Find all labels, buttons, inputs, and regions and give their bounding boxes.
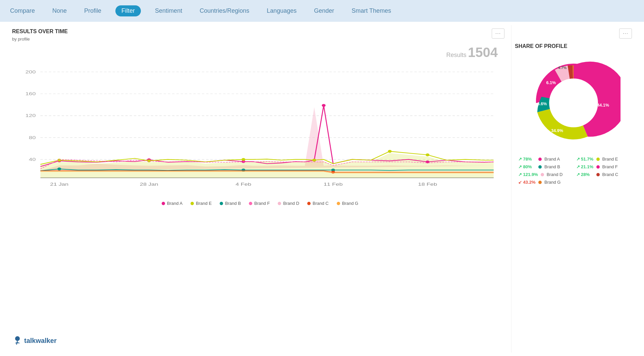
share-legend: ↗ 78% Brand A ↗ 51.7% Brand E ↗ 80% Bran… <box>515 157 632 185</box>
nav-none[interactable]: None <box>49 5 70 16</box>
svg-point-30 <box>57 168 61 170</box>
svg-point-36 <box>549 78 598 127</box>
right-panel-more-button[interactable]: ··· <box>619 28 632 39</box>
legend-brand-e: Brand E <box>191 201 212 206</box>
share-legend-brand-g: ↙ 43.2% Brand G <box>518 180 571 185</box>
legend-dot-brand-a <box>162 202 165 205</box>
share-brand-f-label: Brand F <box>602 164 618 169</box>
legend-label-brand-c: Brand C <box>313 201 329 206</box>
left-panel-subtitle: by profile <box>12 37 508 42</box>
share-dot-brand-g <box>538 181 542 184</box>
legend-brand-b: Brand B <box>220 201 241 206</box>
legend-dot-brand-f <box>249 202 252 205</box>
share-legend-brand-c: ↗ 28% Brand C <box>576 172 629 177</box>
legend-brand-a: Brand A <box>162 201 182 206</box>
share-pct-brand-f: ↗ 21.1% <box>576 164 594 169</box>
legend-dot-brand-c <box>307 202 311 205</box>
nav-compare[interactable]: Compare <box>7 5 38 16</box>
svg-text:21 Jan: 21 Jan <box>50 181 68 186</box>
svg-text:28 Jan: 28 Jan <box>140 181 158 186</box>
share-dot-brand-d <box>541 173 544 176</box>
svg-point-33 <box>331 171 335 173</box>
svg-text:18 Feb: 18 Feb <box>418 181 437 186</box>
share-dot-brand-b <box>538 165 542 169</box>
svg-point-28 <box>388 150 391 153</box>
svg-text:6.6%: 6.6% <box>537 102 547 106</box>
svg-point-29 <box>426 154 429 156</box>
share-pct-brand-c: ↗ 28% <box>576 172 594 177</box>
results-label: Results <box>446 52 467 58</box>
logo-text: talkwalker <box>24 337 57 345</box>
legend-dot-brand-d <box>278 202 281 205</box>
share-legend-brand-f: ↗ 21.1% Brand F <box>576 164 629 169</box>
share-dot-brand-e <box>596 158 600 161</box>
legend-dot-brand-b <box>220 202 223 205</box>
svg-text:200: 200 <box>25 69 36 74</box>
legend-label-brand-a: Brand A <box>167 201 182 206</box>
share-dot-brand-a <box>538 158 542 161</box>
share-legend-brand-b: ↗ 80% Brand B <box>518 164 571 169</box>
legend-label-brand-g: Brand G <box>342 201 358 206</box>
share-brand-b-label: Brand B <box>544 164 560 169</box>
svg-line-35 <box>16 341 17 345</box>
svg-marker-17 <box>40 153 493 178</box>
legend-label-brand-b: Brand B <box>225 201 241 206</box>
svg-text:120: 120 <box>25 113 36 118</box>
left-panel-more-button[interactable]: ··· <box>492 28 504 39</box>
svg-point-26 <box>241 158 245 161</box>
legend-dot-brand-e <box>191 202 194 205</box>
share-brand-d-label: Brand D <box>547 172 563 177</box>
share-panel-title: SHARE OF PROFILE <box>515 43 632 49</box>
share-pct-brand-g: ↙ 43.2% <box>518 180 536 185</box>
nav-gender[interactable]: Gender <box>311 5 337 16</box>
nav-smart-themes[interactable]: Smart Themes <box>348 5 394 16</box>
svg-text:4.7%: 4.7% <box>558 66 567 70</box>
svg-text:44.1%: 44.1% <box>597 103 609 108</box>
donut-chart-container: 44.1% 34.9% 6.6% 6.1% 4.7% <box>515 56 632 150</box>
legend-brand-f: Brand F <box>249 201 270 206</box>
legend-dot-brand-g <box>337 202 340 205</box>
svg-text:40: 40 <box>29 157 36 162</box>
nav-countries[interactable]: Countries/Regions <box>196 5 253 16</box>
share-legend-brand-e: ↗ 51.7% Brand E <box>576 157 629 162</box>
nav-languages[interactable]: Languages <box>263 5 300 16</box>
chart-legend: Brand A Brand E Brand B Brand F Brand D … <box>12 201 508 206</box>
svg-point-34 <box>15 336 20 341</box>
share-pct-brand-a: ↗ 78% <box>518 157 536 162</box>
share-brand-g-label: Brand G <box>544 180 560 185</box>
talkwalker-logo: talkwalker <box>12 335 57 346</box>
left-panel-title: RESULTS OVER TIME <box>12 28 508 35</box>
share-pct-brand-b: ↗ 80% <box>518 164 536 169</box>
legend-label-brand-d: Brand D <box>283 201 299 206</box>
results-counter: Results 1504 <box>12 45 508 60</box>
svg-text:6.1%: 6.1% <box>546 80 556 85</box>
main-content: ··· RESULTS OVER TIME by profile Results… <box>0 22 644 356</box>
svg-text:80: 80 <box>29 135 36 140</box>
share-brand-c-label: Brand C <box>602 172 619 177</box>
legend-label-brand-e: Brand E <box>196 201 212 206</box>
share-dot-brand-c <box>596 173 600 176</box>
svg-text:160: 160 <box>25 91 36 96</box>
share-brand-a-label: Brand A <box>544 157 560 162</box>
logo-icon <box>12 335 23 346</box>
share-pct-brand-d: ↗ 121.9% <box>518 172 538 177</box>
svg-point-31 <box>241 169 245 171</box>
svg-text:4 Feb: 4 Feb <box>235 181 251 186</box>
top-navigation: Compare None Profile Filter Sentiment Co… <box>0 0 644 22</box>
results-number: 1504 <box>468 45 498 60</box>
results-over-time-panel: ··· RESULTS OVER TIME by profile Results… <box>5 25 511 353</box>
chart-svg: 200 160 120 80 40 21 Jan 28 Jan 4 Feb 11… <box>12 61 508 195</box>
share-pct-brand-e: ↗ 51.7% <box>576 157 594 162</box>
line-chart: 200 160 120 80 40 21 Jan 28 Jan 4 Feb 11… <box>12 61 508 195</box>
svg-text:11 Feb: 11 Feb <box>324 181 343 186</box>
nav-profile[interactable]: Profile <box>81 5 105 16</box>
legend-brand-g: Brand G <box>337 201 358 206</box>
nav-sentiment[interactable]: Sentiment <box>152 5 185 16</box>
nav-filter[interactable]: Filter <box>115 5 141 16</box>
svg-text:34.9%: 34.9% <box>551 128 563 133</box>
share-brand-e-label: Brand E <box>602 157 618 162</box>
svg-point-27 <box>312 159 316 162</box>
legend-label-brand-f: Brand F <box>254 201 270 206</box>
donut-chart: 44.1% 34.9% 6.6% 6.1% 4.7% <box>527 56 621 150</box>
share-legend-brand-d: ↗ 121.9% Brand D <box>518 172 571 177</box>
